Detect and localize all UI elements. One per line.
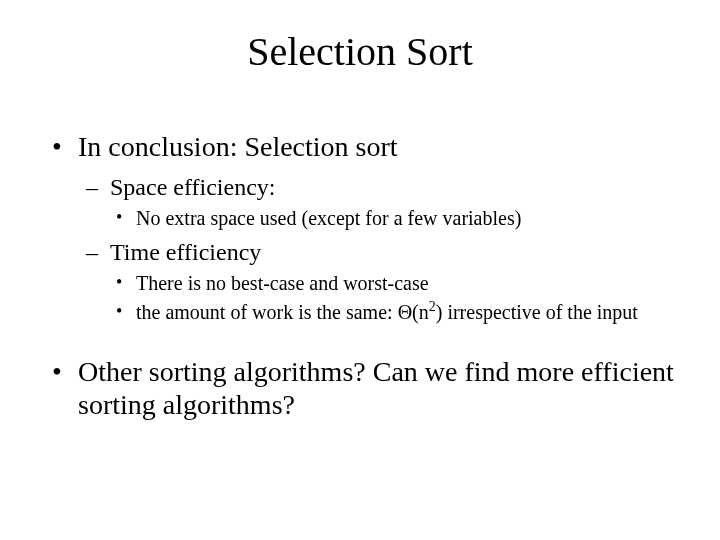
bullet-conclusion: In conclusion: Selection sort (40, 130, 680, 164)
bullet-space-efficiency: Space efficiency: (78, 172, 680, 202)
slide: Selection Sort In conclusion: Selection … (0, 0, 720, 540)
bullet-no-best-worst: There is no best-case and worst-case (110, 271, 680, 296)
bullet-time-efficiency: Time efficiency (78, 237, 680, 267)
theta-text-pre: the amount of work is the same: (136, 301, 398, 323)
bullet-other-algorithms: Other sorting algorithms? Can we find mo… (40, 355, 680, 422)
slide-title: Selection Sort (40, 28, 680, 75)
spacer (40, 327, 680, 355)
bullet-list: In conclusion: Selection sort Space effi… (40, 130, 680, 422)
bullet-no-extra-space: No extra space used (except for a few va… (110, 206, 680, 231)
theta-symbol: Θ(n (398, 301, 429, 323)
bullet-theta-n2: the amount of work is the same: Θ(n2) ir… (110, 300, 680, 325)
theta-exponent: 2 (429, 299, 436, 314)
theta-text-post: ) irrespective of the input (436, 301, 638, 323)
